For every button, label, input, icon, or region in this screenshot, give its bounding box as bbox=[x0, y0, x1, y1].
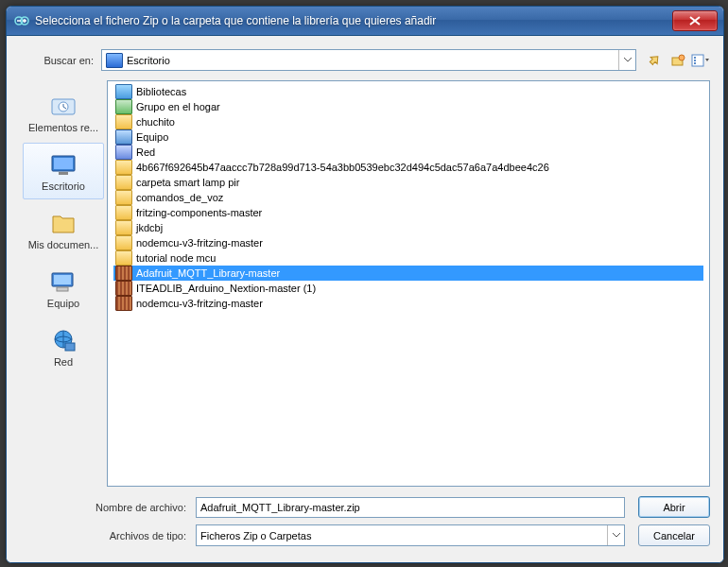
filetype-combo[interactable]: Ficheros Zip o Carpetas bbox=[196, 524, 625, 546]
svg-rect-10 bbox=[694, 62, 696, 64]
file-item-label: ITEADLIB_Arduino_Nextion-master (1) bbox=[136, 283, 316, 294]
file-item[interactable]: Equipo bbox=[113, 129, 703, 145]
lib-icon bbox=[115, 84, 132, 99]
net-icon bbox=[115, 145, 132, 160]
places-item-label: Equipo bbox=[26, 298, 101, 309]
lookin-row: Buscar en: Escritorio bbox=[20, 49, 710, 71]
file-item[interactable]: nodemcu-v3-fritzing-master bbox=[113, 235, 703, 250]
file-dialog: Selecciona el fichero Zip o la carpeta q… bbox=[6, 6, 724, 563]
folder-icon bbox=[115, 220, 132, 235]
bottom-panel: Nombre de archivo: Adafruit_MQTT_Library… bbox=[20, 496, 710, 546]
open-button[interactable]: Abrir bbox=[638, 496, 710, 518]
file-item[interactable]: fritzing-components-master bbox=[113, 205, 703, 220]
file-item[interactable]: Red bbox=[113, 145, 703, 160]
svg-rect-7 bbox=[692, 55, 703, 66]
svg-rect-20 bbox=[65, 343, 75, 351]
cancel-button[interactable]: Cancelar bbox=[638, 524, 710, 546]
svg-point-6 bbox=[679, 55, 685, 60]
computer-icon bbox=[47, 267, 79, 296]
file-item-label: comandos_de_voz bbox=[136, 192, 223, 203]
dialog-title: Selecciona el fichero Zip o la carpeta q… bbox=[35, 14, 672, 27]
network-icon bbox=[47, 326, 79, 354]
file-item[interactable]: 4b667f692645b47aaccc7b728a99d713-54a3bb0… bbox=[113, 160, 703, 175]
file-item-label: chuchito bbox=[136, 116, 175, 128]
zip-icon bbox=[115, 266, 132, 281]
lookin-value: Escritorio bbox=[127, 55, 170, 66]
places-item-recent[interactable]: Elementos re... bbox=[23, 84, 104, 141]
places-item-label: Red bbox=[26, 356, 101, 368]
filetype-label: Archivos de tipo: bbox=[20, 530, 196, 541]
lookin-label: Buscar en: bbox=[20, 55, 101, 66]
titlebar[interactable]: Selecciona el fichero Zip o la carpeta q… bbox=[7, 7, 723, 36]
file-item-label: fritzing-components-master bbox=[136, 207, 262, 218]
places-item-label: Escritorio bbox=[26, 180, 101, 192]
file-item[interactable]: nodemcu-v3-fritzing-master bbox=[113, 296, 703, 311]
places-item-label: Mis documen... bbox=[26, 239, 101, 250]
svg-rect-17 bbox=[54, 275, 71, 284]
file-item-label: tutorial node mcu bbox=[136, 252, 216, 264]
file-item-label: Red bbox=[136, 146, 155, 158]
places-item-desktop[interactable]: Escritorio bbox=[23, 143, 104, 199]
folder-icon bbox=[115, 250, 132, 266]
places-item-label: Elementos re... bbox=[26, 122, 101, 133]
file-item-label: nodemcu-v3-fritzing-master bbox=[136, 298, 263, 309]
file-item-label: Adafruit_MQTT_Library-master bbox=[136, 267, 280, 279]
file-item-label: nodemcu-v3-fritzing-master bbox=[136, 237, 263, 249]
svg-rect-8 bbox=[694, 57, 696, 59]
file-item[interactable]: chuchito bbox=[113, 114, 703, 129]
close-button[interactable] bbox=[672, 10, 718, 31]
file-item[interactable]: Bibliotecas bbox=[113, 84, 703, 99]
file-item[interactable]: comandos_de_voz bbox=[113, 190, 703, 205]
chevron-down-icon bbox=[618, 50, 635, 70]
svg-rect-14 bbox=[54, 158, 73, 169]
toolbar bbox=[646, 51, 710, 70]
view-menu-button[interactable] bbox=[691, 51, 710, 70]
main-area: Elementos re...EscritorioMis documen...E… bbox=[20, 80, 710, 487]
svg-rect-18 bbox=[57, 287, 68, 291]
folder-icon bbox=[115, 160, 132, 175]
chevron-down-icon bbox=[607, 525, 624, 545]
filename-input[interactable]: Adafruit_MQTT_Library-master.zip bbox=[196, 497, 625, 518]
filename-label: Nombre de archivo: bbox=[20, 502, 196, 513]
file-item[interactable]: carpeta smart lamp pir bbox=[113, 175, 703, 190]
desktop-icon bbox=[106, 53, 123, 68]
places-item-computer[interactable]: Equipo bbox=[23, 260, 104, 317]
file-list[interactable]: BibliotecasGrupo en el hogarchuchitoEqui… bbox=[107, 80, 710, 487]
file-item-label: Grupo en el hogar bbox=[136, 101, 220, 112]
svg-rect-9 bbox=[694, 60, 696, 61]
places-item-network[interactable]: Red bbox=[23, 318, 104, 375]
file-item[interactable]: ITEADLIB_Arduino_Nextion-master (1) bbox=[113, 281, 703, 296]
zip-icon bbox=[115, 281, 132, 296]
places-bar: Elementos re...EscritorioMis documen...E… bbox=[20, 80, 107, 487]
dialog-body: Buscar en: Escritorio Elementos re...Esc… bbox=[7, 36, 723, 562]
recent-icon bbox=[47, 92, 79, 120]
places-item-docs[interactable]: Mis documen... bbox=[23, 201, 104, 258]
lookin-combo[interactable]: Escritorio bbox=[101, 49, 636, 71]
file-item-label: Equipo bbox=[136, 131, 168, 143]
folder-icon bbox=[115, 175, 132, 190]
file-item-label: carpeta smart lamp pir bbox=[136, 177, 239, 188]
app-icon bbox=[14, 13, 29, 28]
new-folder-button[interactable] bbox=[668, 51, 687, 70]
file-item[interactable]: jkdcbj bbox=[113, 220, 703, 235]
file-item[interactable]: tutorial node mcu bbox=[113, 250, 703, 266]
file-item-label: 4b667f692645b47aaccc7b728a99d713-54a3bb0… bbox=[136, 162, 549, 173]
folder-icon bbox=[115, 205, 132, 220]
up-one-level-button[interactable] bbox=[646, 51, 665, 70]
folder-icon bbox=[115, 190, 132, 205]
svg-rect-15 bbox=[59, 172, 68, 175]
file-item[interactable]: Grupo en el hogar bbox=[113, 99, 703, 114]
docs-icon bbox=[47, 209, 79, 237]
file-item[interactable]: Adafruit_MQTT_Library-master bbox=[113, 266, 703, 281]
file-item-label: Bibliotecas bbox=[136, 86, 186, 97]
desktop-icon bbox=[47, 150, 79, 179]
group-icon bbox=[115, 99, 132, 114]
folder-icon bbox=[115, 114, 132, 129]
folder-icon bbox=[115, 235, 132, 250]
comp-icon bbox=[115, 129, 132, 145]
zip-icon bbox=[115, 296, 132, 311]
file-item-label: jkdcbj bbox=[136, 222, 163, 233]
